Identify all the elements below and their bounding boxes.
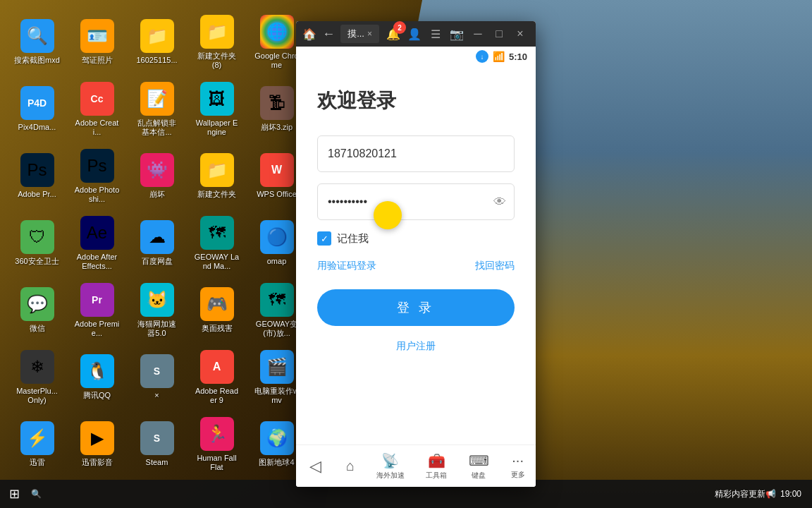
icon-new-folder[interactable]: 📁 新建文件夹(8)	[190, 11, 243, 74]
icon-adobe-cc[interactable]: Cc Adobe Creati...	[70, 78, 123, 141]
icon-wallpaper-img: 🖼	[200, 82, 234, 116]
icon-steam2-label: Steam	[146, 458, 168, 467]
password-input[interactable]	[317, 183, 515, 220]
icon-photoshop[interactable]: Ps Adobe Photoshi...	[70, 145, 123, 208]
icon-ae[interactable]: Ae Adobe After Effects...	[70, 212, 123, 275]
icon-wechat[interactable]: 💬 微信	[11, 279, 63, 342]
icon-zip[interactable]: 🗜 崩坏3.zip	[250, 78, 303, 141]
active-tab[interactable]: 摸... ×	[340, 25, 379, 43]
icon-cert-label: 驾证照片	[82, 56, 113, 65]
nav-keyboard-item[interactable]: ⌨ 键盘	[463, 449, 495, 483]
icon-zip-img: 🗜	[260, 86, 294, 120]
register-link[interactable]: 用户注册	[317, 340, 515, 353]
icon-wmv[interactable]: 🎬 电脑重装作wmv	[250, 346, 303, 409]
screenshot-btn[interactable]: 📷	[447, 24, 467, 44]
icon-anime[interactable]: 👾 崩坏	[130, 145, 183, 208]
icon-wechat-label: 微信	[30, 324, 45, 333]
icon-adobe-ps[interactable]: Ps Adobe Pr...	[11, 145, 63, 208]
nav-tools-item[interactable]: 🧰 工具箱	[420, 449, 453, 483]
icon-16025-img: 📁	[140, 19, 174, 53]
icon-map-update[interactable]: 🌍 图新地球4	[250, 413, 303, 476]
icon-ae-img: Ae	[80, 216, 114, 250]
taskbar-start[interactable]: ⊞	[4, 484, 25, 504]
phone-input[interactable]	[317, 135, 515, 172]
notification-btn-wrapper: 🔔 2	[383, 24, 403, 44]
welcome-title: 欢迎登录	[317, 87, 515, 114]
nav-vpn-item[interactable]: 📡 海外加速	[371, 449, 410, 483]
icon-omap[interactable]: 🔵 omap	[250, 212, 303, 275]
icon-xunlei[interactable]: ⚡ 迅雷	[11, 413, 63, 476]
icon-wmv-img: 🎬	[260, 350, 294, 384]
icon-cooler[interactable]: ❄ MasterPlu... Only)	[11, 346, 63, 409]
nav-back-btn[interactable]: ◁	[301, 452, 330, 481]
icon-human-fall[interactable]: 🏃 Human Fall Flat	[190, 413, 243, 476]
remember-checkbox[interactable]: ✓	[317, 231, 331, 246]
icon-adobe-cc-label: Adobe Creati...	[74, 119, 120, 137]
minimize-btn[interactable]: ─	[468, 24, 488, 44]
icon-luanpeng[interactable]: 📝 乱点解锁非基本信...	[130, 78, 183, 141]
icon-steam-img: S	[140, 354, 174, 388]
icon-geoway[interactable]: 🗺 GEOWAY Land Ma...	[190, 212, 243, 275]
home-btn[interactable]: 🏠	[302, 24, 317, 44]
nav-home-btn[interactable]: ⌂	[340, 455, 360, 477]
icon-haimaowang-label: 海猫网加速器5.0	[134, 320, 180, 338]
nav-more-icon: ···	[512, 452, 524, 468]
clock: 19:00	[780, 489, 801, 499]
icon-360-label: 360安全卫士	[15, 257, 59, 266]
icon-search[interactable]: 🔍 搜索截图mxd	[11, 11, 63, 74]
verify-code-link[interactable]: 用验证码登录	[317, 260, 376, 272]
password-toggle-icon[interactable]: 👁	[493, 195, 506, 210]
icon-luanpeng-img: 📝	[140, 82, 174, 116]
nav-tools-label: 工具箱	[426, 471, 447, 480]
icon-haimaowang[interactable]: 🐱 海猫网加速器5.0	[130, 279, 183, 342]
icon-steam2[interactable]: S Steam	[130, 413, 183, 476]
nav-home-icon: ⌂	[346, 458, 355, 474]
forgot-password-link[interactable]: 找回密码	[475, 260, 515, 272]
icon-baidu[interactable]: ☁ 百度网盘	[130, 212, 183, 275]
icon-pix4d-img: P4D	[20, 86, 54, 120]
icon-wps-label: WPS Office	[257, 190, 297, 199]
icon-new-file[interactable]: 📁 新建文件夹	[190, 145, 243, 208]
icon-cooler-img: ❄	[20, 350, 54, 384]
icon-16025[interactable]: 📁 16025115...	[130, 11, 183, 74]
icon-wps[interactable]: W WPS Office	[250, 145, 303, 208]
icon-anime-label: 崩坏	[149, 190, 165, 199]
bottom-navigation: ◁ ⌂ 📡 海外加速 🧰 工具箱 ⌨ 键盘 ··· 更	[296, 445, 536, 487]
icon-qq[interactable]: 🐧 腾讯QQ	[70, 346, 123, 409]
icon-wallpaper[interactable]: 🖼 Wallpaper Engine	[190, 78, 243, 141]
login-button[interactable]: 登 录	[317, 289, 515, 326]
icon-360[interactable]: 🛡 360安全卫士	[11, 212, 63, 275]
status-time: 5:10	[509, 52, 527, 62]
icon-zip-label: 崩坏3.zip	[261, 123, 293, 132]
close-btn[interactable]: ×	[510, 24, 530, 44]
icon-face2face[interactable]: 🎮 奥面残害	[190, 279, 243, 342]
icon-pix4d[interactable]: P4D Pix4Dma...	[11, 78, 63, 141]
icon-cert-img: 🪪	[80, 19, 114, 53]
icon-photoshop-label: Adobe Photoshi...	[74, 186, 120, 204]
icon-steam[interactable]: S ×	[130, 346, 183, 409]
back-nav-btn[interactable]: ←	[321, 24, 337, 44]
icon-new-file-img: 📁	[200, 153, 234, 187]
icon-adobe-reader[interactable]: A Adobe Reader 9	[190, 346, 243, 409]
icon-adobe-ps-img: Ps	[20, 153, 54, 187]
profile-btn[interactable]: 👤	[405, 24, 424, 44]
icon-premiere[interactable]: Pr Adobe Premie...	[70, 279, 123, 342]
icon-map-update-img: 🌍	[260, 421, 294, 455]
icon-cert[interactable]: 🪪 驾证照片	[70, 11, 123, 74]
icon-xunlei-player[interactable]: ▶ 迅雷影音	[70, 413, 123, 476]
icon-chrome[interactable]: 🌐 Google Chrome	[250, 11, 303, 74]
icon-premiere-label: Adobe Premie...	[74, 320, 120, 338]
icon-xunlei-player-label: 迅雷影音	[82, 458, 113, 467]
menu-btn[interactable]: ☰	[426, 24, 445, 44]
tab-close-icon[interactable]: ×	[367, 29, 372, 39]
icon-photoshop-img: Ps	[80, 149, 114, 183]
maximize-btn[interactable]: □	[489, 24, 509, 44]
taskbar-search[interactable]: 🔍	[25, 487, 47, 501]
nav-more-item[interactable]: ··· 更多	[505, 449, 531, 483]
icon-geoway-label: GEOWAY Land Ma...	[194, 253, 240, 271]
icon-geoway2[interactable]: 🗺 GEOWAY变(市)放...	[250, 279, 303, 342]
icon-geoway2-img: 🗺	[260, 283, 294, 317]
icon-anime-img: 👾	[140, 153, 174, 187]
remember-label: 记住我	[337, 232, 369, 246]
icon-geoway2-label: GEOWAY变(市)放...	[254, 320, 300, 338]
